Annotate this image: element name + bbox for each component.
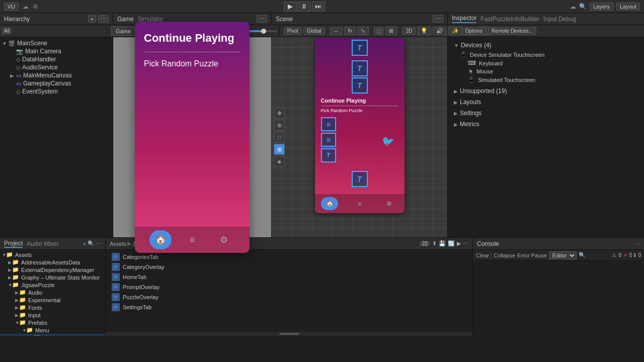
game-more-btn[interactable]: ⋯ (257, 15, 267, 23)
editor-dropdown[interactable]: Editor (549, 251, 577, 259)
project-more-btn[interactable]: ⋯ (96, 240, 101, 247)
game-tab[interactable]: Game (117, 16, 134, 23)
scene-nav-settings[interactable]: ⚙ (381, 197, 398, 210)
layouts-header[interactable]: ▶ Layouts (452, 97, 640, 107)
layout-button[interactable]: Layout (616, 3, 640, 11)
scene-more-btn[interactable]: ⋯ (433, 15, 443, 23)
file-play-btn[interactable]: ▶ (457, 240, 461, 247)
vu-menu-button[interactable]: VU (4, 3, 19, 11)
unsupported-header[interactable]: ▶ Unsupported (19) (452, 86, 640, 96)
global-btn[interactable]: Global (303, 27, 325, 35)
transform-btn[interactable]: ⊞ (385, 27, 397, 35)
2d-btn[interactable]: 2D (402, 27, 416, 35)
inspector-tab[interactable]: Inspector (452, 15, 476, 23)
file-item-categoryoverlay[interactable]: P CategoryOverlay (110, 262, 468, 272)
remote-devices-btn[interactable]: Remote Devices... (488, 27, 536, 35)
clear-button[interactable]: Clear (476, 252, 489, 258)
devices-header[interactable]: ▼ Devices (4) (452, 40, 640, 50)
layers-button[interactable]: Layers (590, 3, 613, 11)
scene-tool-rect[interactable]: □ (274, 132, 285, 143)
scale-slider[interactable] (247, 30, 277, 32)
graphy-arrow: ▶ (8, 275, 12, 280)
hier-item-mainscene[interactable]: ▼ 🎬 MainScene (0, 39, 113, 47)
play-button[interactable]: ▶ (284, 2, 297, 12)
settings-arrow: ▶ (454, 111, 458, 116)
hier-item-mainmenucanvas[interactable]: ▶ ▭ MainMenuCanvas (0, 71, 113, 79)
scene-tool-move[interactable]: ✥ (274, 108, 285, 119)
game-nav-settings[interactable]: ⚙ (213, 230, 235, 249)
hierarchy-add-btn[interactable]: + (88, 15, 96, 23)
settings-icon[interactable]: ⚙ (33, 3, 38, 10)
input-icon: 📁 (19, 312, 26, 318)
proj-assets[interactable]: ▼ 📁 Assets (0, 251, 105, 258)
device-item-touchscreen[interactable]: 📱 Device Simulator Touchscreen (452, 50, 640, 59)
scale-btn[interactable]: ⤡ (357, 27, 369, 35)
console-search-icon-btn[interactable]: 🔍 (579, 252, 586, 258)
device-item-keyboard[interactable]: ⌨ Keyboard (452, 59, 640, 67)
file-item-promptoverlay[interactable]: P PromptOverlay (110, 282, 468, 292)
proj-input[interactable]: ▶ 📁 Input (0, 311, 105, 319)
audio-btn[interactable]: 🔊 (433, 27, 447, 35)
file-import-btn[interactable]: ⬆ (432, 240, 437, 247)
hierarchy-more-btn[interactable]: ⋯ (98, 15, 109, 23)
hier-item-gameplaycanvas[interactable]: ▭ GameplayCanvas (0, 79, 113, 87)
file-more-btn[interactable]: ⋯ (463, 240, 468, 247)
scene-tool-active[interactable]: ⊞ (274, 144, 285, 155)
hometab-label: HomeTab (123, 274, 146, 280)
file-refresh-btn[interactable]: 🔄 (448, 240, 455, 247)
project-tab[interactable]: Project (4, 240, 23, 248)
rotate-btn[interactable]: ↻ (344, 27, 356, 35)
scene-nav-layers[interactable]: ≡ (351, 197, 368, 210)
project-search-btn[interactable]: 🔍 (88, 240, 95, 247)
proj-prefabs[interactable]: ▼ 📁 Prefabs (0, 319, 105, 326)
proj-jigsawpuzzle[interactable]: ▼ 📁 JigsawPuzzle (0, 281, 105, 289)
error-pause-button[interactable]: Error Pause (517, 252, 547, 258)
project-add-btn[interactable]: + (83, 240, 86, 247)
scene-tool-view[interactable]: ⊕ (274, 120, 285, 131)
file-scrollbar[interactable] (106, 332, 472, 336)
device-item-mouse[interactable]: 🖱 Mouse (452, 67, 640, 75)
metrics-header[interactable]: ▶ Metrics (452, 119, 640, 129)
pivot-btn[interactable]: Pivot (284, 27, 302, 35)
step-button[interactable]: ⏭ (312, 2, 325, 12)
file-item-puzzleoverlay[interactable]: P PuzzleOverlay (110, 292, 468, 302)
input-debug-tab[interactable]: Input Debug (543, 16, 576, 23)
collapse-button[interactable]: Collapse (494, 252, 515, 258)
audio-mixer-tab[interactable]: Audio Mixer (27, 240, 58, 247)
hier-item-eventsystem[interactable]: ◇ EventSystem (0, 87, 113, 96)
file-item-settingstab[interactable]: P SettingsTab (110, 302, 468, 312)
rect-btn[interactable]: □ (374, 27, 384, 35)
fast-puzzle-tab[interactable]: FastPuzzleInfoBuilder (480, 16, 539, 23)
hier-all-btn[interactable]: All (2, 28, 12, 34)
search-icon[interactable]: 🔍 (579, 3, 587, 10)
proj-graphy[interactable]: ▶ 📁 Graphy – Ultimate Stats Monitor (0, 274, 105, 281)
file-item-categoriestab[interactable]: P CategoriesTab (110, 252, 468, 262)
proj-addressable[interactable]: ▶ 📁 AddressableAssetsData (0, 258, 105, 266)
file-item-hometab[interactable]: P HomeTab (110, 272, 468, 282)
proj-fonts[interactable]: ▶ 📁 Fonts (0, 304, 105, 311)
options-btn[interactable]: Options (462, 27, 486, 35)
proj-menu[interactable]: ▼ 📁 Menu (0, 326, 105, 334)
scene-nav-home[interactable]: 🏠 (321, 197, 338, 210)
game-nav-home[interactable]: 🏠 (149, 230, 172, 249)
hier-item-audioservice[interactable]: ◇ AudioService (0, 63, 113, 71)
pause-button[interactable]: ⏸ (298, 2, 311, 12)
overlays-label: Overlays (42, 335, 64, 336)
light-btn[interactable]: 💡 (417, 27, 431, 35)
proj-overlays[interactable]: ▶ 📁 Overlays (0, 334, 105, 336)
proj-external[interactable]: ▶ 📁 ExternalDependencyManager (0, 266, 105, 274)
bread-assets[interactable]: Assets (110, 241, 126, 247)
console-more-btn[interactable]: ⋯ (635, 241, 640, 247)
scene-tool-custom[interactable]: ◈ (274, 156, 285, 167)
device-item-simtouch[interactable]: 📱 Simulated Touchscreen (452, 75, 640, 84)
settings-header[interactable]: ▶ Settings (452, 108, 640, 118)
file-save-btn[interactable]: 💾 (439, 240, 446, 247)
translate-btn[interactable]: ↔ (330, 27, 343, 35)
hier-item-datahandler[interactable]: ◇ DataHandler (0, 55, 113, 63)
cloud-icon[interactable]: ☁ (570, 3, 576, 10)
scene-tab[interactable]: Scene (276, 16, 293, 23)
game-nav-layers[interactable]: ≡ (181, 230, 203, 249)
proj-audio[interactable]: ▶ 📁 Audio (0, 289, 105, 296)
hier-item-maincamera[interactable]: 📷 Main Camera (0, 47, 113, 55)
proj-experimental[interactable]: ▶ 📁 Experimental (0, 296, 105, 304)
